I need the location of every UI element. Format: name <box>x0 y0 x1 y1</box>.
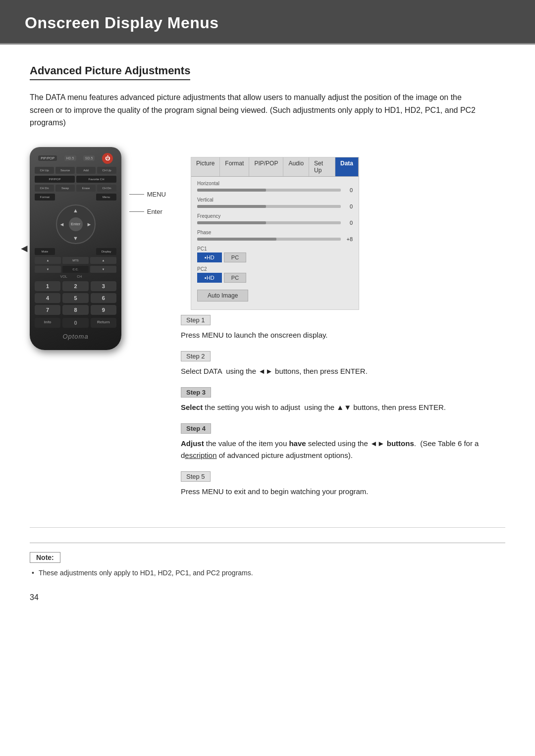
osd-row-frequency: Frequency 0 <box>197 213 353 226</box>
btn-0[interactable]: 0 <box>62 318 88 328</box>
remote-wrapper: ◄ PIP/POP HD.5 SD.5 ⏻ CH Up Source Add C… <box>30 147 121 350</box>
osd-auto-image-btn[interactable]: Auto Image <box>197 290 248 302</box>
osd-row-vertical: Vertical 0 <box>197 197 353 209</box>
osd-body: Horizontal 0 Vertical <box>191 177 359 309</box>
ch-dn-btn2[interactable]: CH Dn <box>97 185 116 192</box>
dpad-down[interactable]: ▼ <box>73 235 78 241</box>
ch-down-nav-btn[interactable]: ▼ <box>90 266 116 273</box>
osd-tabs: Picture Format PIP/POP Audio Set Up Data <box>191 157 359 177</box>
osd-row-auto-image: Auto Image <box>197 287 353 302</box>
pip-pop-btn[interactable]: PIP/POP <box>35 176 75 183</box>
step-2-text: Select DATA using the ◄► buttons, then p… <box>181 365 505 377</box>
fav-ch-btn[interactable]: Favorite CH <box>76 176 116 183</box>
return-btn[interactable]: Return <box>91 318 116 328</box>
page-number: 34 <box>30 593 505 602</box>
osd-slider-frequency <box>197 221 341 224</box>
source-btn[interactable]: Source <box>55 167 75 174</box>
osd-label-pc1: PC1 <box>197 246 353 252</box>
remote-labels: MENU Enter <box>129 191 166 215</box>
step-2-label: Step 2 <box>181 351 211 361</box>
osd-label-frequency: Frequency <box>197 213 353 219</box>
vol-ch-row2: ▼ C.C. ▼ <box>35 266 116 273</box>
dpad-right[interactable]: ► <box>87 221 92 227</box>
osd-toggle-pc1-hd[interactable]: ▪HD <box>197 252 222 262</box>
osd-value-horizontal: 0 <box>344 187 353 193</box>
osd-tab-setup[interactable]: Set Up <box>309 157 335 176</box>
osd-slider-horizontal-row: 0 <box>197 187 353 193</box>
ch-up-btn2[interactable]: CH Up <box>97 167 116 174</box>
enter-label: Enter <box>147 208 162 215</box>
osd-tab-pippop[interactable]: PIP/POP <box>249 157 283 176</box>
btn-1[interactable]: 1 <box>35 281 60 291</box>
osd-toggle-pc2-hd[interactable]: ▪HD <box>197 273 222 283</box>
vol-up-btn[interactable]: ▲ <box>35 257 61 264</box>
osd-tab-format[interactable]: Format <box>220 157 249 176</box>
osd-slider-vertical <box>197 205 341 208</box>
add-btn[interactable]: Add <box>76 167 96 174</box>
note-label: Note: <box>30 552 60 563</box>
step-2-block: Step 2 Select DATA using the ◄► buttons,… <box>181 351 505 377</box>
note-item-1: These adjustments only apply to HD1, HD2… <box>30 568 505 578</box>
osd-tab-audio[interactable]: Audio <box>283 157 309 176</box>
btn-5[interactable]: 5 <box>62 293 88 303</box>
btn-7[interactable]: 7 <box>35 305 60 315</box>
osd-tab-picture[interactable]: Picture <box>191 157 220 176</box>
step-4-block: Step 4 Adjust the value of the item you … <box>181 423 505 461</box>
osd-row-pc1: PC1 ▪HD PC <box>197 246 353 262</box>
mts-btn[interactable]: MTS <box>62 257 89 264</box>
sd-button[interactable]: SD.5 <box>83 155 95 161</box>
hd-button[interactable]: HD.5 <box>64 155 76 161</box>
ch-up-nav-btn[interactable]: ▲ <box>90 257 116 264</box>
swap-btn[interactable]: Swap <box>55 185 75 192</box>
btn-row-3: CH Dn Swap Erase CH Dn <box>35 185 116 192</box>
osd-toggle-pc2-pc[interactable]: PC <box>224 273 246 283</box>
cc-btn[interactable]: C.C. <box>62 266 89 273</box>
left-arrow-icon: ◄ <box>19 242 30 255</box>
menu-label-item: MENU <box>129 191 166 198</box>
dpad-enter[interactable]: Enter <box>69 217 83 231</box>
ch-up-btn[interactable]: CH Up <box>35 167 54 174</box>
btn-6[interactable]: 6 <box>91 293 116 303</box>
power-button[interactable]: ⏻ <box>102 153 113 164</box>
osd-tab-data[interactable]: Data <box>335 157 359 176</box>
osd-slider-phase <box>197 238 341 241</box>
menu-line <box>129 194 144 195</box>
btn-2[interactable]: 2 <box>62 281 88 291</box>
menu-btn[interactable]: Menu <box>96 194 116 201</box>
display-btn[interactable]: Display <box>96 248 116 255</box>
ch-label: CH <box>77 275 82 278</box>
section-title: Advanced Picture Adjustments <box>30 64 190 80</box>
dpad-up[interactable]: ▲ <box>73 207 78 213</box>
pip-button[interactable]: PIP/POP <box>38 155 57 161</box>
btn-row-4: Format Menu <box>35 194 116 201</box>
btn-row-2: PIP/POP Favorite CH <box>35 176 116 183</box>
dpad: ▲ ▼ ◄ ► Enter <box>56 204 96 244</box>
osd-slider-frequency-row: 0 <box>197 220 353 226</box>
btn-9[interactable]: 9 <box>91 305 116 315</box>
erase-btn[interactable]: Erase <box>76 185 96 192</box>
optoma-logo: Optoma <box>35 333 116 340</box>
osd-slider-horizontal <box>197 189 341 192</box>
page-title: Onscreen Display Menus <box>25 14 510 32</box>
info-btn[interactable]: Info <box>35 318 60 328</box>
divider <box>30 527 505 528</box>
btn-3[interactable]: 3 <box>91 281 116 291</box>
right-side: Picture Format PIP/POP Audio Set Up Data… <box>181 147 505 507</box>
osd-slider-fill-vertical <box>197 205 266 208</box>
btn-8[interactable]: 8 <box>62 305 88 315</box>
osd-toggle-pc1-pc[interactable]: PC <box>224 252 246 262</box>
remote-control: PIP/POP HD.5 SD.5 ⏻ CH Up Source Add CH … <box>30 147 121 350</box>
btn-4[interactable]: 4 <box>35 293 60 303</box>
osd-slider-fill-phase <box>197 238 276 241</box>
vol-down-btn[interactable]: ▼ <box>35 266 61 273</box>
step-4-text: Adjust the value of the item you have se… <box>181 438 505 461</box>
enter-line <box>129 211 144 212</box>
step-5-label: Step 5 <box>181 471 211 482</box>
dpad-circle: ▲ ▼ ◄ ► Enter <box>56 204 96 244</box>
content-area: ◄ PIP/POP HD.5 SD.5 ⏻ CH Up Source Add C… <box>30 147 505 507</box>
dpad-left[interactable]: ◄ <box>59 221 65 227</box>
btn-row-1: CH Up Source Add CH Up <box>35 167 116 174</box>
format-btn[interactable]: Format <box>35 194 55 201</box>
ch-dn-btn[interactable]: CH Dn <box>35 185 54 192</box>
mute-btn[interactable]: Mute <box>35 248 55 255</box>
